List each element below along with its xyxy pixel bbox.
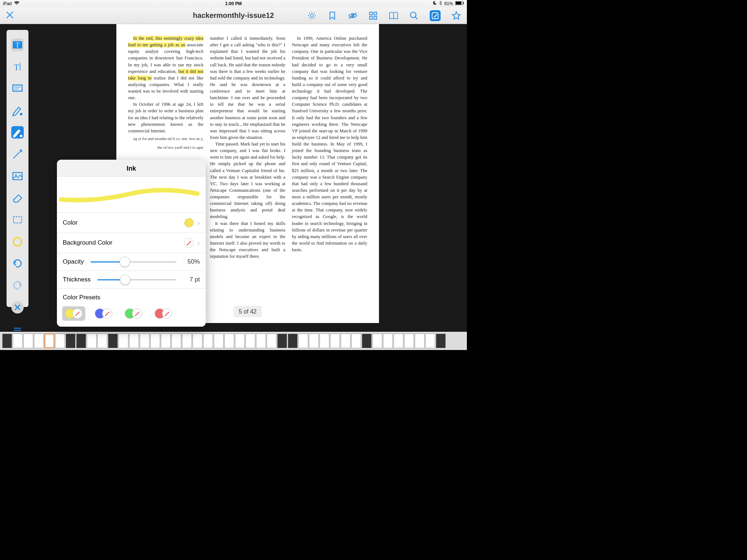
svg-text:T: T	[14, 63, 19, 72]
page-thumb[interactable]	[2, 334, 12, 348]
grid-icon[interactable]	[368, 11, 378, 20]
page-thumb[interactable]	[193, 334, 202, 348]
text-box-tool[interactable]: T	[11, 39, 24, 51]
svg-text:T: T	[15, 42, 19, 49]
svg-rect-1	[456, 1, 461, 4]
page-thumb[interactable]	[394, 334, 403, 348]
svg-point-3	[310, 14, 314, 17]
page-thumb[interactable]	[108, 334, 118, 348]
page-thumb[interactable]	[140, 334, 150, 348]
preset-yellow[interactable]	[62, 306, 85, 321]
ink-tool[interactable]	[11, 126, 24, 139]
ink-preview	[57, 176, 206, 213]
svg-line-9	[314, 18, 314, 18]
color-swatch	[184, 218, 194, 228]
preset-green[interactable]	[122, 306, 145, 321]
undo-button[interactable]	[11, 257, 24, 270]
line-tool[interactable]	[11, 148, 24, 160]
edit-icon[interactable]	[430, 10, 441, 21]
chevron-right-icon: ›	[197, 239, 200, 247]
bluetooth-icon	[439, 1, 442, 7]
opacity-slider[interactable]	[90, 261, 177, 262]
page-thumb[interactable]	[76, 334, 86, 348]
preset-red[interactable]	[152, 306, 175, 321]
page-thumb[interactable]	[436, 334, 446, 348]
preset-blue[interactable]	[92, 306, 115, 321]
highlighter-tool[interactable]	[11, 104, 24, 117]
svg-rect-15	[374, 12, 377, 15]
clock: 1:00 PM	[225, 1, 241, 6]
color-tool[interactable]	[11, 236, 24, 248]
page-thumb[interactable]	[224, 334, 234, 348]
page-thumb[interactable]	[66, 334, 76, 348]
page-thumb[interactable]	[383, 334, 393, 348]
redo-button[interactable]	[11, 279, 24, 292]
search-icon[interactable]	[409, 11, 419, 20]
page-thumb[interactable]	[171, 334, 181, 348]
page-thumb[interactable]	[277, 334, 287, 348]
thumbnail-strip[interactable]	[0, 332, 467, 350]
svg-point-29	[20, 135, 22, 137]
note-tool[interactable]	[11, 82, 24, 95]
page-thumb[interactable]	[23, 334, 33, 348]
image-tool[interactable]	[11, 170, 24, 182]
page-thumb[interactable]	[129, 334, 139, 348]
page-thumb[interactable]	[404, 334, 414, 348]
page-thumb[interactable]	[235, 334, 245, 348]
bgcolor-label: Background Color	[63, 239, 112, 246]
book-icon[interactable]	[389, 11, 398, 20]
battery-pct: 81%	[444, 1, 453, 6]
svg-line-19	[415, 17, 418, 19]
page-thumb[interactable]	[182, 334, 192, 348]
text-tool[interactable]: T	[11, 61, 24, 73]
color-row[interactable]: Color ›	[57, 213, 206, 233]
selection-tool[interactable]	[11, 214, 24, 226]
menu-button[interactable]	[11, 323, 24, 335]
page-thumb[interactable]	[34, 334, 44, 348]
page-thumb[interactable]	[245, 334, 255, 348]
page-thumb[interactable]	[330, 334, 340, 348]
bookmark-icon[interactable]	[328, 11, 337, 20]
page-thumb-current[interactable]	[44, 334, 54, 348]
page-thumb[interactable]	[309, 334, 319, 348]
page-thumb[interactable]	[119, 334, 128, 348]
page-thumb[interactable]	[320, 334, 329, 348]
opacity-value: 50%	[183, 258, 200, 265]
presets-row	[57, 304, 206, 327]
svg-line-10	[309, 18, 310, 18]
page-thumb[interactable]	[13, 334, 23, 348]
thickness-slider[interactable]	[97, 279, 177, 280]
page-thumb[interactable]	[161, 334, 171, 348]
page-thumb[interactable]	[288, 334, 298, 348]
page-thumb[interactable]	[425, 334, 435, 348]
ink-popover-title: Ink	[57, 160, 206, 176]
svg-rect-25	[13, 85, 22, 91]
clear-button[interactable]	[11, 301, 24, 314]
svg-line-30	[13, 150, 22, 159]
page-thumb[interactable]	[150, 334, 160, 348]
svg-rect-33	[13, 217, 22, 223]
svg-point-32	[15, 174, 17, 176]
page-thumb[interactable]	[214, 334, 224, 348]
page-indicator: 5 of 42	[234, 306, 262, 317]
star-icon[interactable]	[452, 11, 461, 20]
close-button[interactable]	[6, 10, 14, 22]
page-thumb[interactable]	[55, 334, 65, 348]
brightness-icon[interactable]	[307, 11, 317, 20]
page-thumb[interactable]	[267, 334, 276, 348]
page-thumb[interactable]	[415, 334, 425, 348]
page-thumb[interactable]	[87, 334, 97, 348]
page-thumb[interactable]	[372, 334, 382, 348]
page-thumb[interactable]	[298, 334, 308, 348]
page-thumb[interactable]	[351, 334, 361, 348]
eye-off-icon[interactable]	[348, 11, 357, 20]
page-thumb[interactable]	[256, 334, 266, 348]
page-thumb[interactable]	[203, 334, 213, 348]
opacity-row: Opacity 50%	[57, 253, 206, 271]
page-thumb[interactable]	[97, 334, 107, 348]
document-viewport[interactable]: In the end, this seemingly crazy idea le…	[28, 24, 467, 332]
background-color-row[interactable]: Background Color ›	[57, 233, 206, 253]
page-thumb[interactable]	[341, 334, 351, 348]
page-thumb[interactable]	[362, 334, 372, 348]
eraser-tool[interactable]	[11, 192, 24, 204]
